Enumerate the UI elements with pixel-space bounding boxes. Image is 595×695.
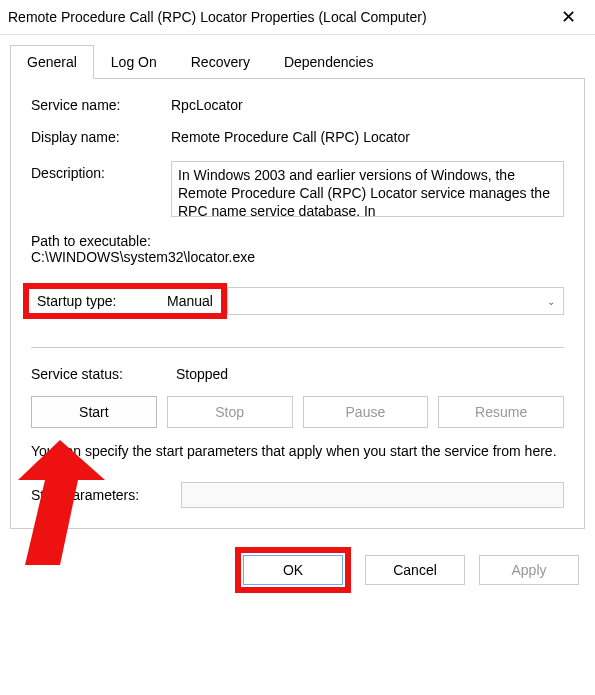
startup-type-dropdown[interactable]: ⌄ xyxy=(227,287,564,315)
highlight-startup-type: Startup type: Manual xyxy=(23,283,227,319)
ok-button[interactable]: OK xyxy=(243,555,343,585)
window-title: Remote Procedure Call (RPC) Locator Prop… xyxy=(8,9,427,25)
tab-recovery[interactable]: Recovery xyxy=(174,45,267,79)
apply-button: Apply xyxy=(479,555,579,585)
value-startup-type: Manual xyxy=(167,293,213,309)
value-service-name: RpcLocator xyxy=(171,97,564,113)
stop-button: Stop xyxy=(167,396,293,428)
close-icon[interactable]: ✕ xyxy=(545,8,591,26)
pause-button: Pause xyxy=(303,396,429,428)
separator xyxy=(31,347,564,348)
hint-text: You can specify the start parameters tha… xyxy=(31,442,564,462)
value-path: C:\WINDOWS\system32\locator.exe xyxy=(31,249,564,265)
description-textbox[interactable]: In Windows 2003 and earlier versions of … xyxy=(171,161,564,217)
cancel-button[interactable]: Cancel xyxy=(365,555,465,585)
label-display-name: Display name: xyxy=(31,129,171,145)
label-path: Path to executable: xyxy=(31,233,564,249)
start-button[interactable]: Start xyxy=(31,396,157,428)
value-service-status: Stopped xyxy=(176,366,228,382)
tab-panel-general: Service name: RpcLocator Display name: R… xyxy=(10,78,585,529)
label-description: Description: xyxy=(31,161,171,181)
resume-button: Resume xyxy=(438,396,564,428)
tab-logon[interactable]: Log On xyxy=(94,45,174,79)
dialog-footer: OK Cancel Apply xyxy=(0,529,595,601)
tab-dependencies[interactable]: Dependencies xyxy=(267,45,391,79)
tab-strip: General Log On Recovery Dependencies xyxy=(10,45,585,79)
start-parameters-input xyxy=(181,482,564,508)
value-display-name: Remote Procedure Call (RPC) Locator xyxy=(171,129,564,145)
tab-general[interactable]: General xyxy=(10,45,94,79)
highlight-ok: OK xyxy=(235,547,351,593)
title-bar: Remote Procedure Call (RPC) Locator Prop… xyxy=(0,0,595,35)
chevron-down-icon: ⌄ xyxy=(547,296,555,307)
label-service-status: Service status: xyxy=(31,366,176,382)
label-service-name: Service name: xyxy=(31,97,171,113)
label-startup-type: Startup type: xyxy=(37,293,167,309)
label-start-parameters: Start parameters: xyxy=(31,487,181,503)
